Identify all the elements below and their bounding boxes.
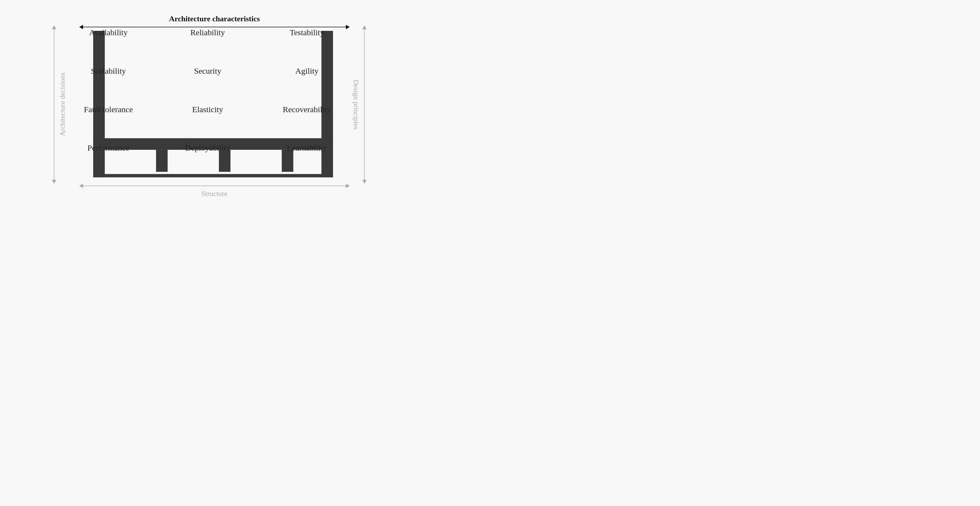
structure-arrow [79, 184, 350, 188]
arrow-head-down-left [52, 180, 56, 184]
grid-item-performance: Performance [88, 143, 129, 152]
arrow-head-right-bottom [346, 184, 350, 188]
arrow-head-left-bottom [79, 184, 83, 188]
base-line [93, 174, 333, 178]
grid-item-deployability: Deployability [185, 143, 230, 152]
grid-item-reliability: Reliability [191, 28, 225, 37]
grid-item-agility: Agility [295, 66, 318, 76]
grid-item-fault-tolerance: Fault tolerance [84, 105, 133, 114]
design-principles-arrow [362, 25, 367, 184]
arrow-line-right [364, 29, 365, 180]
grid-item-recoverability: Recoverability [283, 105, 331, 114]
characteristics-grid: Availability Reliability Testability Sca… [59, 13, 356, 167]
grid-item-security: Security [194, 66, 221, 76]
arrow-line-left [54, 29, 55, 180]
arrow-head-up-left [52, 25, 56, 29]
arrow-head-up-right [362, 25, 367, 29]
arrow-head-down-right [362, 180, 367, 184]
arch-decisions-arrow [52, 25, 56, 184]
grid-item-availability: Availability [89, 28, 127, 37]
grid-item-learnability: Learnability [287, 143, 327, 152]
grid-item-elasticity: Elasticity [192, 105, 223, 114]
diagram-container: Architecture characteristics Architectur… [44, 9, 372, 206]
structure-section: Structure [79, 184, 350, 198]
arrow-line-bottom [83, 186, 346, 186]
grid-item-testability: Testability [290, 28, 324, 37]
grid-item-scalability: Scalability [91, 66, 126, 76]
structure-label: Structure [201, 190, 227, 198]
